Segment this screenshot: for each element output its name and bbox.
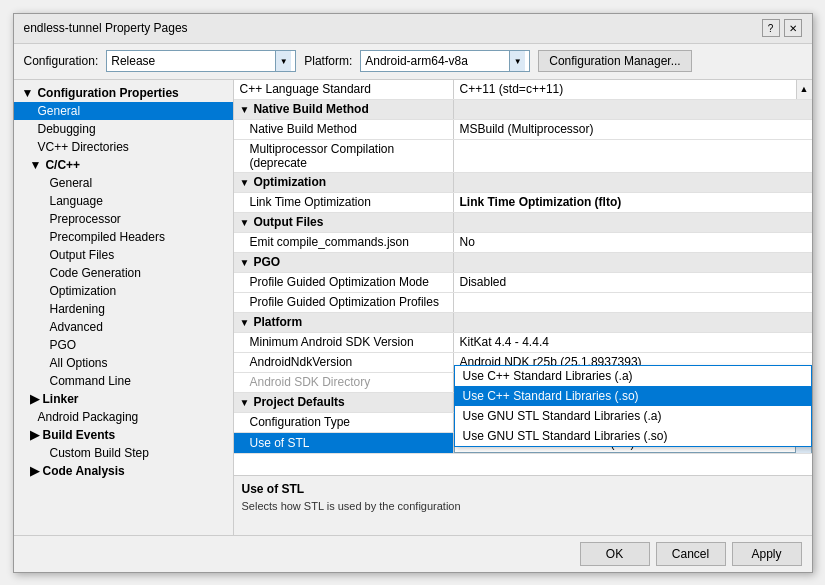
dialog-buttons: OK Cancel Apply bbox=[14, 535, 812, 572]
configuration-combo[interactable]: Release ▼ bbox=[106, 50, 296, 72]
sidebar-item-advanced[interactable]: Advanced bbox=[14, 318, 233, 336]
sidebar-item-cpp-language[interactable]: Language bbox=[14, 192, 233, 210]
config-manager-button[interactable]: Configuration Manager... bbox=[538, 50, 691, 72]
property-pages-dialog: endless-tunnel Property Pages ? ✕ Config… bbox=[13, 13, 813, 573]
prop-val-native-method: MSBuild (Multiprocessor) bbox=[454, 120, 812, 139]
sidebar-item-cpp[interactable]: ▼ C/C++ bbox=[14, 156, 233, 174]
sidebar-item-code-generation[interactable]: Code Generation bbox=[14, 264, 233, 282]
apply-button[interactable]: Apply bbox=[732, 542, 802, 566]
sidebar-item-code-analysis[interactable]: ▶ Code Analysis bbox=[14, 462, 233, 480]
main-area: ▼ Configuration Properties General Debug… bbox=[14, 80, 812, 535]
sidebar-item-custom-build-step[interactable]: Custom Build Step bbox=[14, 444, 233, 462]
config-value: Release bbox=[111, 54, 271, 68]
prop-val-cpp-lang-std: C++11 (std=c++11) bbox=[454, 80, 796, 99]
prop-key-emit-compile: Emit compile_commands.json bbox=[234, 233, 454, 252]
section-platform-val bbox=[454, 313, 812, 332]
section-optimization: ▼ Optimization bbox=[234, 173, 812, 193]
config-props-label: Configuration Properties bbox=[37, 86, 178, 100]
dropdown-option-gnu-a[interactable]: Use GNU STL Standard Libraries (.a) bbox=[455, 406, 811, 426]
description-panel: Use of STL Selects how STL is used by th… bbox=[234, 475, 812, 535]
optimization-collapse-icon: ▼ bbox=[240, 177, 250, 188]
prop-row-min-sdk: Minimum Android SDK Version KitKat 4.4 -… bbox=[234, 333, 812, 353]
platform-value: Android-arm64-v8a bbox=[365, 54, 505, 68]
section-collapse-icon: ▼ bbox=[240, 104, 250, 115]
output-files-collapse-icon: ▼ bbox=[240, 217, 250, 228]
prop-row-native-method: Native Build Method MSBuild (Multiproces… bbox=[234, 120, 812, 140]
sidebar-item-cpp-general[interactable]: General bbox=[14, 174, 233, 192]
config-props-header[interactable]: ▼ Configuration Properties bbox=[14, 84, 233, 102]
prop-row-emit-compile: Emit compile_commands.json No bbox=[234, 233, 812, 253]
prop-row-multiprocessor: Multiprocessor Compilation (deprecate bbox=[234, 140, 812, 173]
tree-panel: ▼ Configuration Properties General Debug… bbox=[14, 80, 234, 535]
prop-key-native-method: Native Build Method bbox=[234, 120, 454, 139]
prop-row-profile-profiles: Profile Guided Optimization Profiles bbox=[234, 293, 812, 313]
dropdown-option-gnu-so[interactable]: Use GNU STL Standard Libraries (.so) bbox=[455, 426, 811, 446]
cancel-button[interactable]: Cancel bbox=[656, 542, 726, 566]
properties-table: C++ Language Standard C++11 (std=c++11) … bbox=[234, 80, 812, 475]
sidebar-item-pgo[interactable]: PGO bbox=[14, 336, 233, 354]
section-pgo: ▼ PGO bbox=[234, 253, 812, 273]
section-optimization-key: ▼ Optimization bbox=[234, 173, 454, 192]
cpp-expander: ▼ bbox=[30, 158, 42, 172]
section-native-build: ▼ Native Build Method bbox=[234, 100, 812, 120]
sidebar-item-hardening[interactable]: Hardening bbox=[14, 300, 233, 318]
dialog-title: endless-tunnel Property Pages bbox=[24, 21, 188, 35]
sidebar-item-vc-directories[interactable]: VC++ Directories bbox=[14, 138, 233, 156]
ok-button[interactable]: OK bbox=[580, 542, 650, 566]
close-button[interactable]: ✕ bbox=[784, 19, 802, 37]
prop-row-cpp-lang-std: C++ Language Standard C++11 (std=c++11) … bbox=[234, 80, 812, 100]
sidebar-item-linker[interactable]: ▶ Linker bbox=[14, 390, 233, 408]
prop-val-emit-compile: No bbox=[454, 233, 812, 252]
stl-dropdown: Use C++ Standard Libraries (.a) Use C++ … bbox=[454, 365, 812, 447]
help-button[interactable]: ? bbox=[762, 19, 780, 37]
sidebar-item-preprocessor[interactable]: Preprocessor bbox=[14, 210, 233, 228]
project-defaults-collapse-icon: ▼ bbox=[240, 397, 250, 408]
prop-key-multiprocessor: Multiprocessor Compilation (deprecate bbox=[234, 140, 454, 172]
prop-val-profile-mode: Disabled bbox=[454, 273, 812, 292]
prop-key-profile-profiles: Profile Guided Optimization Profiles bbox=[234, 293, 454, 312]
title-bar: endless-tunnel Property Pages ? ✕ bbox=[14, 14, 812, 44]
linker-expander: ▶ bbox=[30, 392, 39, 406]
pgo-collapse-icon: ▼ bbox=[240, 257, 250, 268]
sidebar-item-all-options[interactable]: All Options bbox=[14, 354, 233, 372]
platform-combo[interactable]: Android-arm64-v8a ▼ bbox=[360, 50, 530, 72]
toolbar: Configuration: Release ▼ Platform: Andro… bbox=[14, 44, 812, 80]
config-combo-arrow[interactable]: ▼ bbox=[275, 51, 291, 71]
platform-label: Platform: bbox=[304, 54, 352, 68]
prop-key-cpp-lang-std: C++ Language Standard bbox=[234, 80, 454, 99]
dropdown-option-stl-a[interactable]: Use C++ Standard Libraries (.a) bbox=[455, 366, 811, 386]
prop-row-link-time-opt: Link Time Optimization Link Time Optimiz… bbox=[234, 193, 812, 213]
description-text: Selects how STL is used by the configura… bbox=[242, 499, 804, 514]
prop-key-ndk-version: AndroidNdkVersion bbox=[234, 353, 454, 372]
config-label: Configuration: bbox=[24, 54, 99, 68]
section-output-files-val bbox=[454, 213, 812, 232]
description-title: Use of STL bbox=[242, 482, 804, 496]
build-events-expander: ▶ bbox=[30, 428, 39, 442]
sidebar-item-optimization[interactable]: Optimization bbox=[14, 282, 233, 300]
section-project-defaults-key: ▼ Project Defaults bbox=[234, 393, 454, 412]
prop-row-profile-mode: Profile Guided Optimization Mode Disable… bbox=[234, 273, 812, 293]
sidebar-item-debugging[interactable]: Debugging bbox=[14, 120, 233, 138]
sidebar-item-precompiled-headers[interactable]: Precompiled Headers bbox=[14, 228, 233, 246]
prop-key-config-type: Configuration Type bbox=[234, 413, 454, 432]
section-output-files-key: ▼ Output Files bbox=[234, 213, 454, 232]
dropdown-option-stl-so[interactable]: Use C++ Standard Libraries (.so) bbox=[455, 386, 811, 406]
sidebar-item-android-packaging[interactable]: Android Packaging bbox=[14, 408, 233, 426]
section-native-build-key: ▼ Native Build Method bbox=[234, 100, 454, 119]
code-analysis-expander: ▶ bbox=[30, 464, 39, 478]
sidebar-item-output-files[interactable]: Output Files bbox=[14, 246, 233, 264]
prop-val-profile-profiles bbox=[454, 293, 812, 312]
properties-panel: C++ Language Standard C++11 (std=c++11) … bbox=[234, 80, 812, 535]
section-pgo-val bbox=[454, 253, 812, 272]
sidebar-item-build-events[interactable]: ▶ Build Events bbox=[14, 426, 233, 444]
sidebar-item-command-line[interactable]: Command Line bbox=[14, 372, 233, 390]
prop-key-link-time-opt: Link Time Optimization bbox=[234, 193, 454, 212]
prop-key-use-of-stl: Use of STL bbox=[234, 433, 454, 453]
prop-val-multiprocessor bbox=[454, 140, 812, 172]
scrollbar-up-arrow[interactable]: ▲ bbox=[796, 80, 812, 99]
platform-combo-arrow[interactable]: ▼ bbox=[509, 51, 525, 71]
sidebar-item-general[interactable]: General bbox=[14, 102, 233, 120]
platform-collapse-icon: ▼ bbox=[240, 317, 250, 328]
section-output-files: ▼ Output Files bbox=[234, 213, 812, 233]
section-platform: ▼ Platform bbox=[234, 313, 812, 333]
